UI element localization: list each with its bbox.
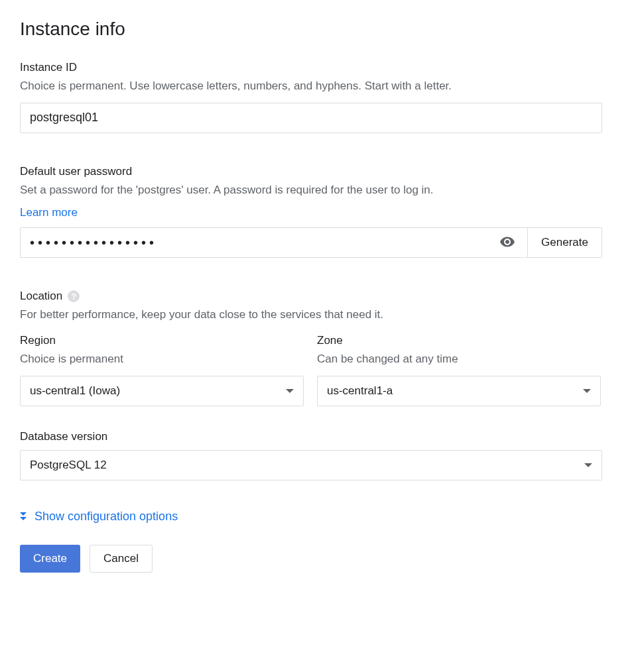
location-label: Location ? xyxy=(20,290,614,303)
zone-label: Zone xyxy=(317,334,601,347)
eye-icon xyxy=(499,234,515,252)
region-hint: Choice is permanent xyxy=(20,351,304,368)
learn-more-link[interactable]: Learn more xyxy=(20,206,78,219)
region-value: us-central1 (Iowa) xyxy=(30,384,120,398)
password-input[interactable] xyxy=(30,235,490,251)
page-title: Instance info xyxy=(20,19,614,40)
action-buttons: Create Cancel xyxy=(20,545,614,573)
show-password-button[interactable] xyxy=(497,231,518,254)
region-column: Region Choice is permanent us-central1 (… xyxy=(20,334,304,406)
db-version-label: Database version xyxy=(20,430,614,443)
caret-down-icon xyxy=(583,389,591,393)
instance-id-input[interactable] xyxy=(20,103,602,133)
caret-down-icon xyxy=(584,463,592,467)
location-section: Location ? For better performance, keep … xyxy=(20,290,614,406)
help-icon[interactable]: ? xyxy=(68,290,80,302)
region-select[interactable]: us-central1 (Iowa) xyxy=(20,376,304,406)
location-hint: For better performance, keep your data c… xyxy=(20,307,614,323)
show-config-toggle[interactable]: Show configuration options xyxy=(20,510,614,524)
zone-column: Zone Can be changed at any time us-centr… xyxy=(317,334,601,406)
create-button[interactable]: Create xyxy=(20,545,80,573)
instance-id-section: Instance ID Choice is permanent. Use low… xyxy=(20,61,614,133)
zone-hint: Can be changed at any time xyxy=(317,351,601,368)
location-label-text: Location xyxy=(20,290,62,303)
zone-select[interactable]: us-central1-a xyxy=(317,376,601,406)
zone-value: us-central1-a xyxy=(327,384,393,398)
password-hint: Set a password for the 'postgres' user. … xyxy=(20,182,614,199)
instance-id-label: Instance ID xyxy=(20,61,614,74)
show-config-label: Show configuration options xyxy=(34,510,178,524)
db-version-section: Database version PostgreSQL 12 xyxy=(20,430,614,480)
password-label: Default user password xyxy=(20,165,614,178)
db-version-select[interactable]: PostgreSQL 12 xyxy=(20,450,602,480)
region-label: Region xyxy=(20,334,304,347)
password-section: Default user password Set a password for… xyxy=(20,165,614,258)
password-input-wrap xyxy=(20,227,527,258)
double-chevron-down-icon xyxy=(20,512,27,520)
db-version-value: PostgreSQL 12 xyxy=(30,459,107,472)
generate-button[interactable]: Generate xyxy=(527,227,602,258)
cancel-button[interactable]: Cancel xyxy=(90,545,153,573)
caret-down-icon xyxy=(286,389,294,393)
instance-id-hint: Choice is permanent. Use lowercase lette… xyxy=(20,78,614,95)
